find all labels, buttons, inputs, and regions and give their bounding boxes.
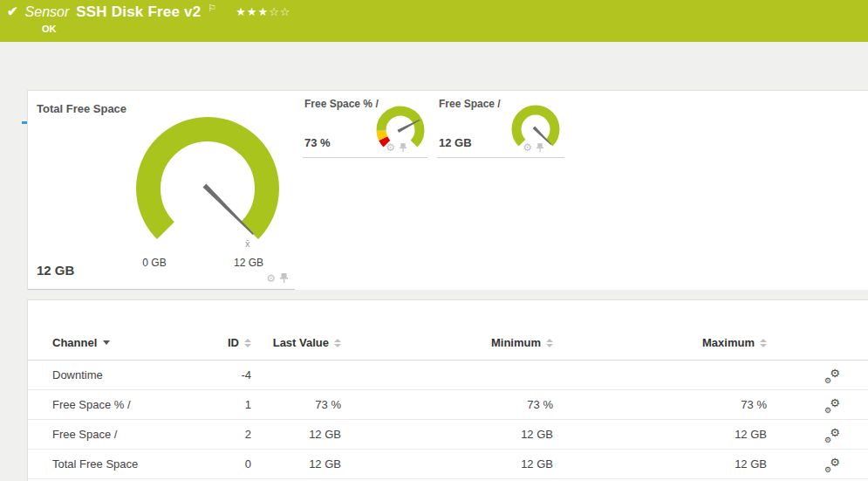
table-row: Downtime -4 ⚙⚙ [28, 361, 868, 390]
gauge-current-value: 12 GB [439, 136, 472, 149]
gear-icon: ⚙ [824, 465, 831, 474]
table-row: Free Space / 2 12 GB 12 GB 12 GB ⚙⚙ [28, 420, 868, 450]
channel-last-value: 12 GB [251, 428, 341, 441]
column-header-id-label: ID [228, 336, 239, 349]
channel-maximum: 73 % [553, 398, 767, 411]
total-free-space-gauge-widget: Total Free Space 0 GB 12 GB x̄ 12 GB ⚙ [28, 91, 295, 290]
sort-icon [334, 339, 341, 347]
channel-id: 2 [192, 428, 251, 441]
channel-settings-icon[interactable]: ⚙⚙ [824, 368, 840, 382]
sensor-title-row: ✔ Sensor SSH Disk Free v2 ⚐ ★★★☆☆ [7, 3, 291, 21]
channel-maximum: 12 GB [553, 457, 767, 471]
widget-pin-icon[interactable] [400, 143, 407, 153]
gauge-current-value: 73 % [304, 136, 331, 149]
free-space-percent-gauge-widget: Free Space % / 73 % ⚙ [303, 91, 427, 158]
column-header-last-value-label: Last Value [273, 336, 329, 349]
column-header-maximum-label: Maximum [702, 336, 755, 349]
channel-maximum: 12 GB [553, 428, 767, 441]
channel-name: Free Space / [52, 428, 192, 441]
column-header-minimum[interactable]: Minimum [341, 336, 553, 360]
sort-desc-icon [103, 340, 110, 345]
priority-stars[interactable]: ★★★☆☆ [236, 5, 290, 18]
tab-bar: Overview ((•)) Live Data 2 days 30 days … [0, 42, 868, 85]
sensor-header-bar: ✔ Sensor SSH Disk Free v2 ⚐ ★★★☆☆ OK [0, 0, 868, 42]
gauge-current-value: 12 GB [37, 263, 74, 278]
gauge-title: Free Space % / [304, 98, 379, 110]
channels-table: Channel ID Last Value Minimum Maximum [28, 300, 868, 479]
total-free-space-gauge [124, 105, 291, 272]
column-header-channel[interactable]: Channel [52, 336, 192, 360]
column-header-maximum[interactable]: Maximum [553, 336, 767, 360]
overview-gauges-panel: Total Free Space 0 GB 12 GB x̄ 12 GB ⚙ F… [27, 90, 868, 290]
channel-name: Free Space % / [52, 398, 192, 411]
table-header-row: Channel ID Last Value Minimum Maximum [28, 300, 868, 361]
stars-filled[interactable]: ★★★ [236, 5, 269, 18]
gear-icon: ⚙ [830, 426, 840, 439]
widget-gear-icon[interactable]: ⚙ [523, 142, 532, 153]
channel-minimum: 12 GB [341, 457, 553, 471]
stars-empty[interactable]: ☆☆ [269, 5, 290, 18]
sort-icon [244, 339, 251, 347]
free-space-gauge-widget: Free Space / 12 GB ⚙ [437, 91, 564, 158]
channel-name: Total Free Space [52, 457, 192, 471]
gear-icon: ⚙ [830, 367, 840, 380]
gauge-title: Total Free Space [37, 102, 126, 115]
gear-icon: ⚙ [824, 376, 831, 385]
channel-name: Downtime [52, 368, 192, 381]
channel-minimum: 73 % [341, 398, 553, 411]
channel-settings-icon[interactable]: ⚙⚙ [824, 457, 840, 471]
column-header-minimum-label: Minimum [491, 336, 541, 349]
table-row: Free Space % / 1 73 % 73 % 73 % ⚙⚙ [28, 390, 868, 420]
flag-icon[interactable]: ⚐ [208, 3, 216, 14]
gauge-title: Free Space / [439, 98, 501, 110]
column-header-id[interactable]: ID [192, 336, 251, 360]
gear-icon: ⚙ [824, 436, 831, 444]
table-row: Total Free Space 0 12 GB 12 GB 12 GB ⚙⚙ [28, 450, 868, 479]
channels-table-panel: Channel ID Last Value Minimum Maximum [27, 299, 868, 481]
channel-settings-icon[interactable]: ⚙⚙ [824, 428, 840, 442]
channel-id: 0 [192, 457, 251, 471]
gauge-scale-min: 0 GB [130, 257, 179, 269]
column-header-last-value[interactable]: Last Value [251, 336, 341, 360]
widget-gear-icon[interactable]: ⚙ [266, 273, 276, 284]
channel-id: 1 [192, 398, 251, 411]
gear-icon: ⚙ [824, 406, 831, 415]
channel-last-value: 73 % [251, 398, 341, 411]
column-header-actions [767, 349, 868, 360]
channel-last-value: 12 GB [251, 457, 341, 471]
gear-icon: ⚙ [830, 456, 840, 469]
sensor-status-badge: OK [42, 24, 57, 34]
status-ok-check-icon: ✔ [7, 3, 18, 19]
sort-icon [760, 339, 767, 347]
column-header-channel-label: Channel [52, 336, 97, 349]
channel-settings-icon[interactable]: ⚙⚙ [824, 398, 840, 412]
gauge-scale-max: 12 GB [224, 257, 273, 269]
channel-minimum: 12 GB [341, 428, 553, 441]
widget-pin-icon[interactable] [280, 273, 288, 284]
widget-gear-icon[interactable]: ⚙ [386, 142, 395, 153]
object-kind-label: Sensor [25, 4, 70, 20]
gauge-average-marker: x̄ [245, 238, 250, 249]
gear-icon: ⚙ [830, 396, 840, 409]
widget-pin-icon[interactable] [537, 143, 543, 153]
sensor-name: SSH Disk Free v2 [76, 3, 201, 21]
sort-icon [546, 339, 553, 347]
channel-id: -4 [192, 368, 251, 381]
